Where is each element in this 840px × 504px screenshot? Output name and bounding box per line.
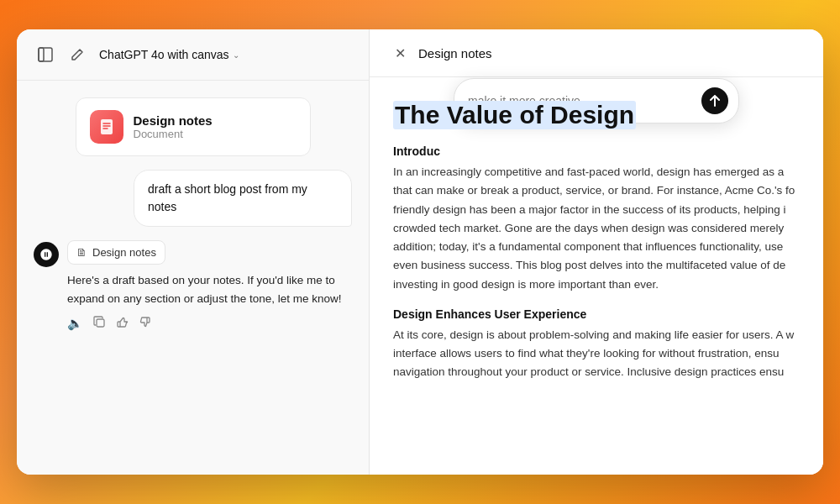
document-icon [90, 110, 123, 144]
thumbs-up-icon[interactable] [116, 316, 129, 331]
ai-content: 🗎 Design notes Here's a draft based on y… [67, 240, 352, 331]
doc-ref-label: Design notes [92, 246, 156, 259]
intro-label: Introduc [393, 144, 800, 158]
svg-rect-0 [39, 48, 44, 61]
sidebar-toggle-button[interactable] [34, 43, 57, 66]
ai-response: 🗎 Design notes Here's a draft based on y… [34, 240, 352, 331]
intro-body-text: In an increasingly competitive and fast-… [393, 163, 800, 294]
chat-panel: ChatGPT 4o with canvas ⌄ Design notes Do… [17, 29, 370, 475]
document-title: Design notes [134, 113, 213, 128]
document-card: Design notes Document [76, 97, 311, 156]
svg-rect-3 [97, 319, 104, 327]
svg-rect-1 [39, 48, 52, 61]
section1-heading: Design Enhances User Experience [393, 307, 800, 321]
copy-icon[interactable] [93, 316, 106, 331]
canvas-title: Design notes [418, 46, 492, 60]
canvas-panel: ✕ Design notes The Value of Design Intro… [370, 29, 823, 475]
model-selector[interactable]: ChatGPT 4o with canvas ⌄ [99, 48, 239, 61]
close-button[interactable]: ✕ [390, 43, 410, 63]
app-window: ChatGPT 4o with canvas ⌄ Design notes Do… [17, 29, 823, 475]
user-message: draft a short blog post from my notes [134, 170, 352, 227]
ai-response-text: Here's a draft based on your notes. If y… [67, 271, 352, 307]
document-type: Document [134, 128, 213, 140]
document-main-title: The Value of Design [393, 101, 636, 129]
chat-header: ChatGPT 4o with canvas ⌄ [17, 29, 369, 81]
action-icons: 🔈 [67, 316, 352, 331]
edit-button[interactable] [66, 43, 89, 66]
chat-messages: Design notes Document draft a short blog… [17, 81, 369, 475]
svg-rect-2 [101, 119, 113, 134]
volume-icon[interactable]: 🔈 [67, 316, 83, 331]
document-content: The Value of Design Introduc In an incre… [370, 77, 823, 475]
model-name: ChatGPT 4o with canvas [99, 48, 229, 61]
doc-reference: 🗎 Design notes [67, 240, 165, 265]
chevron-down-icon: ⌄ [233, 50, 239, 60]
ai-avatar [34, 242, 59, 267]
doc-ref-icon: 🗎 [76, 246, 87, 259]
thumbs-down-icon[interactable] [139, 316, 151, 331]
canvas-header: ✕ Design notes [370, 29, 823, 77]
document-info: Design notes Document [134, 113, 213, 140]
section1-body-text: At its core, design is about problem-sol… [393, 326, 800, 382]
